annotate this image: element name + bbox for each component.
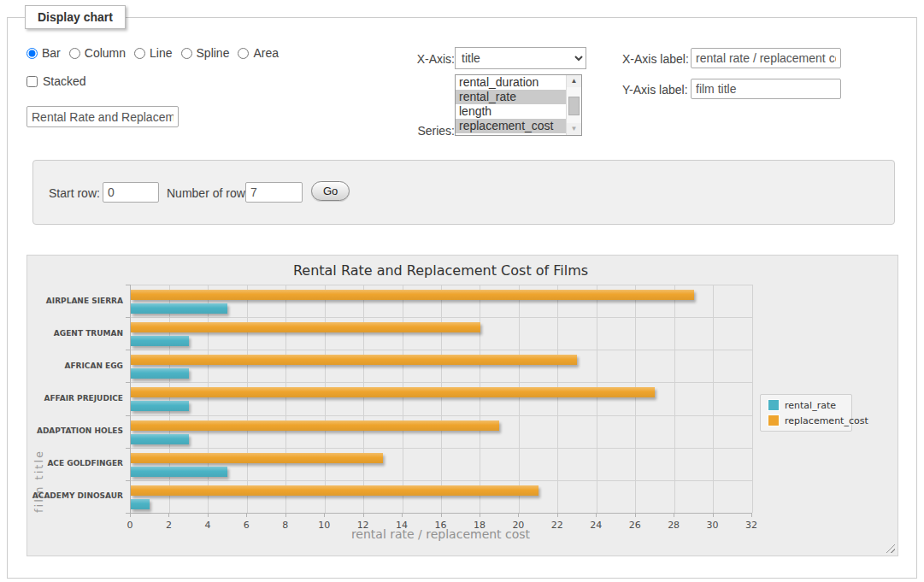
series-select-label: Series: — [388, 124, 455, 138]
gridline-horizontal — [131, 480, 752, 481]
replacement_cost-bar[interactable] — [131, 387, 655, 397]
row-range-panel: Start row: Number of rows: Go — [32, 160, 895, 225]
chart-type-option-line[interactable]: Line — [134, 46, 172, 60]
replacement_cost-bar[interactable] — [131, 453, 383, 463]
gridline-vertical — [557, 285, 558, 513]
x-axis-tick-label: 14 — [389, 520, 415, 531]
legend-label-replacement_cost: replacement_cost — [785, 415, 868, 426]
replacement_cost-bar[interactable] — [131, 485, 539, 496]
x-axis-tick-label: 20 — [505, 520, 531, 531]
chart-type-label-column: Column — [85, 46, 126, 60]
gridline-horizontal — [131, 285, 752, 285]
gridline-vertical — [363, 285, 364, 513]
x-axis-tick — [130, 514, 131, 517]
stacked-checkbox[interactable] — [26, 76, 38, 87]
stacked-checkbox-row[interactable]: Stacked — [26, 74, 86, 88]
gridline-vertical — [752, 285, 753, 513]
rental_rate-bar[interactable] — [131, 401, 189, 411]
gridline-vertical — [597, 285, 597, 513]
scroll-up-icon[interactable]: ▲ — [567, 75, 581, 87]
x-axis-tick — [518, 514, 519, 517]
gridline-vertical — [519, 285, 520, 513]
x-axis-tick-label: 6 — [233, 520, 259, 531]
chart-type-label-bar: Bar — [42, 46, 61, 60]
chart-type-option-column[interactable]: Column — [69, 46, 126, 60]
series-option-replacement_cost[interactable]: replacement_cost — [456, 119, 567, 133]
y-axis-tick — [126, 317, 130, 318]
gridline-horizontal — [131, 415, 752, 416]
x-axis-tick — [596, 514, 597, 517]
series-multiselect[interactable]: rental_durationrental_ratelengthreplacem… — [455, 74, 582, 136]
fieldset-legend: Display chart — [25, 5, 126, 29]
replacement_cost-bar[interactable] — [131, 290, 694, 300]
gridline-vertical — [480, 285, 480, 513]
scrollbar-thumb[interactable] — [568, 97, 580, 115]
replacement_cost-bar[interactable] — [131, 355, 577, 365]
rental_rate-bar[interactable] — [131, 499, 150, 509]
rental_rate-bar[interactable] — [131, 303, 227, 314]
rental_rate-bar[interactable] — [131, 336, 189, 346]
gridline-vertical — [247, 285, 248, 513]
category-label: ACE GOLDFINGER — [27, 459, 123, 467]
x-axis-tick-label: 0 — [117, 520, 143, 531]
number-of-rows-input[interactable] — [245, 182, 303, 203]
x-axis-tick — [635, 514, 636, 517]
rental_rate-bar[interactable] — [131, 434, 189, 444]
rental_rate-bar[interactable] — [131, 467, 227, 477]
chart-type-option-spline[interactable]: Spline — [181, 46, 230, 60]
x-axis-tick — [751, 514, 752, 517]
x-axis-tick — [402, 514, 403, 517]
scroll-down-icon[interactable]: ▼ — [567, 123, 581, 135]
gridline-vertical — [403, 285, 403, 513]
series-option-rental_duration[interactable]: rental_duration — [456, 75, 567, 90]
series-option-length[interactable]: length — [456, 104, 567, 119]
category-label: AIRPLANE SIERRA — [27, 297, 123, 305]
y-axis-tick — [126, 285, 130, 285]
chart-type-radio-bar[interactable] — [26, 48, 38, 59]
chart-type-radio-column[interactable] — [69, 48, 80, 59]
chart-type-radio-line[interactable] — [134, 48, 145, 59]
chart-type-radio-spline[interactable] — [181, 48, 192, 59]
chart-type-option-area[interactable]: Area — [238, 46, 279, 60]
x-axis-tick — [324, 514, 325, 517]
gridline-vertical — [635, 285, 636, 513]
legend-item-rental_rate[interactable]: rental_rate — [761, 397, 851, 413]
x-axis-label-field-label: X-Axis label: — [622, 52, 689, 66]
y-axis-tick — [126, 415, 130, 416]
x-axis-tick-label: 8 — [273, 520, 298, 531]
category-label: AFFAIR PREJUDICE — [27, 394, 123, 403]
y-axis-tick — [126, 382, 130, 383]
chart-container: Rental Rate and Replacement Cost of Film… — [26, 255, 898, 556]
chart-type-label-area: Area — [253, 46, 279, 60]
x-axis-tick-label: 18 — [467, 520, 492, 531]
gridline-vertical — [713, 285, 714, 513]
start-row-input[interactable] — [103, 182, 159, 203]
x-axis-tick — [363, 514, 364, 517]
rental_rate-bar[interactable] — [131, 368, 189, 379]
category-label: AGENT TRUMAN — [27, 329, 123, 338]
chart-type-radio-area[interactable] — [238, 48, 249, 59]
replacement_cost-bar[interactable] — [131, 322, 480, 332]
stacked-label: Stacked — [43, 74, 86, 88]
replacement_cost-swatch — [768, 414, 780, 426]
replacement_cost-bar[interactable] — [131, 420, 499, 431]
series-option-rental_rate[interactable]: rental_rate — [456, 90, 567, 104]
x-axis-select-label: X-Axis: — [388, 52, 455, 66]
legend-item-replacement_cost[interactable]: replacement_cost — [761, 413, 851, 428]
y-axis-tick — [126, 480, 130, 481]
chart-title-input[interactable] — [26, 106, 179, 127]
x-axis-tick — [674, 514, 674, 517]
resize-handle-icon[interactable] — [886, 544, 895, 553]
gridline-horizontal — [131, 350, 752, 350]
x-axis-label-input[interactable] — [691, 48, 841, 68]
start-row-label: Start row: — [49, 186, 100, 200]
y-axis-label-input[interactable] — [691, 79, 841, 99]
gridline-vertical — [441, 285, 442, 513]
category-label: ACADEMY DINOSAUR — [27, 491, 123, 500]
x-axis-select[interactable]: title — [455, 47, 586, 69]
x-axis-tick — [168, 514, 169, 517]
chart-type-option-bar[interactable]: Bar — [26, 46, 61, 60]
display-chart-fieldset: Display chart BarColumnLineSplineArea St… — [7, 17, 917, 579]
go-button[interactable]: Go — [311, 181, 350, 201]
category-label: ADAPTATION HOLES — [27, 426, 123, 435]
